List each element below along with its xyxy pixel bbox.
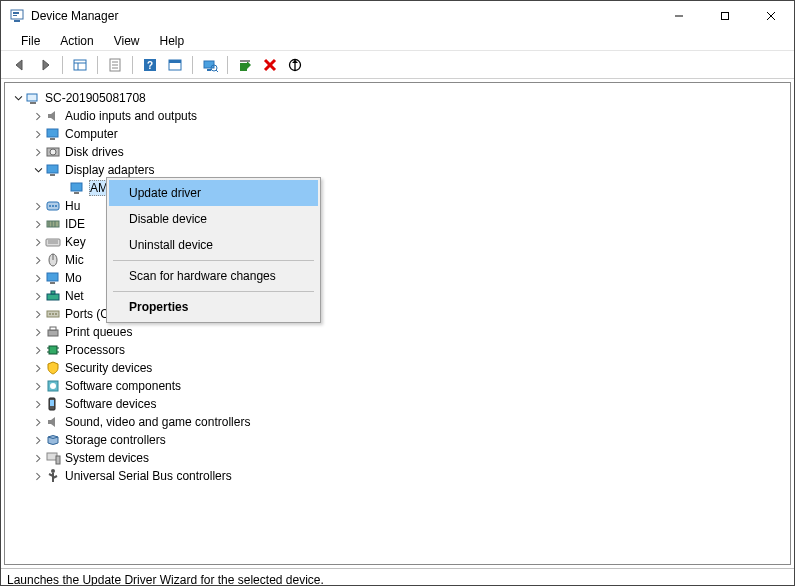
toolbar: ? [1,51,794,79]
update-driver-button[interactable] [234,54,256,76]
show-hidden-button[interactable] [69,54,91,76]
expand-toggle[interactable] [31,197,45,215]
context-menu: Update driverDisable deviceUninstall dev… [106,177,321,323]
svg-rect-24 [240,60,250,62]
scan-button[interactable] [199,54,221,76]
expand-toggle[interactable] [31,413,45,431]
svg-rect-23 [240,63,247,71]
tree-item[interactable]: Storage controllers [7,431,788,449]
expand-toggle[interactable] [31,377,45,395]
expand-toggle[interactable] [31,107,45,125]
expand-toggle[interactable] [31,467,45,485]
tree-item-label: Universal Serial Bus controllers [65,469,232,483]
svg-rect-5 [722,12,729,19]
softcomp-icon [45,378,61,394]
menu-file[interactable]: File [13,32,48,50]
expand-toggle[interactable] [31,287,45,305]
speaker-icon [45,108,61,124]
menu-action[interactable]: Action [52,32,101,50]
expand-toggle[interactable] [31,233,45,251]
close-button[interactable] [748,1,794,30]
tree-item[interactable]: Software components [7,377,788,395]
tree-item-label: Display adapters [65,163,154,177]
svg-rect-20 [207,69,211,71]
tree-root[interactable]: SC-201905081708 [7,89,788,107]
help-button[interactable]: ? [139,54,161,76]
svg-rect-2 [13,12,19,14]
back-button[interactable] [9,54,31,76]
tree-item[interactable]: Security devices [7,359,788,377]
window-title: Device Manager [31,9,656,23]
window-buttons [656,1,794,31]
tree-item[interactable]: Print queues [7,323,788,341]
tree-item[interactable]: System devices [7,449,788,467]
monitor-icon [69,180,85,196]
menu-view[interactable]: View [106,32,148,50]
tree-item-label: Disk drives [65,145,124,159]
expand-toggle[interactable] [31,269,45,287]
expand-toggle[interactable] [31,359,45,377]
tree-item[interactable]: Computer [7,125,788,143]
app-icon [9,8,25,24]
expand-toggle[interactable] [31,323,45,341]
forward-button[interactable] [34,54,56,76]
softdev-icon [45,396,61,412]
expand-toggle[interactable] [31,431,45,449]
expand-toggle[interactable] [31,341,45,359]
expand-toggle[interactable] [31,125,45,143]
context-menu-item[interactable]: Update driver [109,180,318,206]
expand-toggle[interactable] [31,449,45,467]
context-menu-item[interactable]: Disable device [109,206,318,232]
expand-toggle[interactable] [31,215,45,233]
tree-item-label: Processors [65,343,125,357]
hid-icon [45,198,61,214]
system-icon [45,450,61,466]
security-icon [45,360,61,376]
menu-help[interactable]: Help [152,32,193,50]
context-menu-item[interactable]: Uninstall device [109,232,318,258]
svg-rect-18 [169,60,181,63]
disable-button[interactable] [284,54,306,76]
expand-toggle[interactable] [31,305,45,323]
context-menu-item[interactable]: Properties [109,294,318,320]
tree-item[interactable]: Audio inputs and outputs [7,107,788,125]
maximize-button[interactable] [702,1,748,30]
uninstall-button[interactable] [259,54,281,76]
monitor-icon [45,162,61,178]
keyboard-icon [45,234,61,250]
properties-button[interactable] [104,54,126,76]
svg-rect-8 [74,60,86,70]
tree-item-label: Audio inputs and outputs [65,109,197,123]
tree-item-label: Software components [65,379,181,393]
tree-item-label: Computer [65,127,118,141]
action-button[interactable] [164,54,186,76]
expand-toggle[interactable] [11,89,25,107]
tree-item-label: Mic [65,253,84,267]
tree-item-label: Software devices [65,397,156,411]
tree-pane[interactable]: SC-201905081708Audio inputs and outputsC… [4,82,791,565]
tree-item-label: System devices [65,451,149,465]
tree-item[interactable]: Processors [7,341,788,359]
cpu-icon [45,342,61,358]
tree-item-label: Sound, video and game controllers [65,415,250,429]
port-icon [45,306,61,322]
printer-icon [45,324,61,340]
tree-item[interactable]: Universal Serial Bus controllers [7,467,788,485]
expand-toggle[interactable] [31,161,45,179]
svg-rect-19 [204,61,214,68]
tree-item[interactable]: Software devices [7,395,788,413]
minimize-button[interactable] [656,1,702,30]
context-menu-item[interactable]: Scan for hardware changes [109,263,318,289]
tree-item[interactable]: Sound, video and game controllers [7,413,788,431]
expand-toggle[interactable] [31,251,45,269]
monitor-icon [45,126,61,142]
tree-item[interactable]: Disk drives [7,143,788,161]
mouse-icon [45,252,61,268]
status-text: Launches the Update Driver Wizard for th… [7,573,324,587]
svg-rect-1 [14,20,20,22]
expand-toggle[interactable] [31,143,45,161]
tree-root-label: SC-201905081708 [45,91,146,105]
titlebar: Device Manager [1,1,794,31]
menu-separator [113,291,314,292]
expand-toggle[interactable] [31,395,45,413]
